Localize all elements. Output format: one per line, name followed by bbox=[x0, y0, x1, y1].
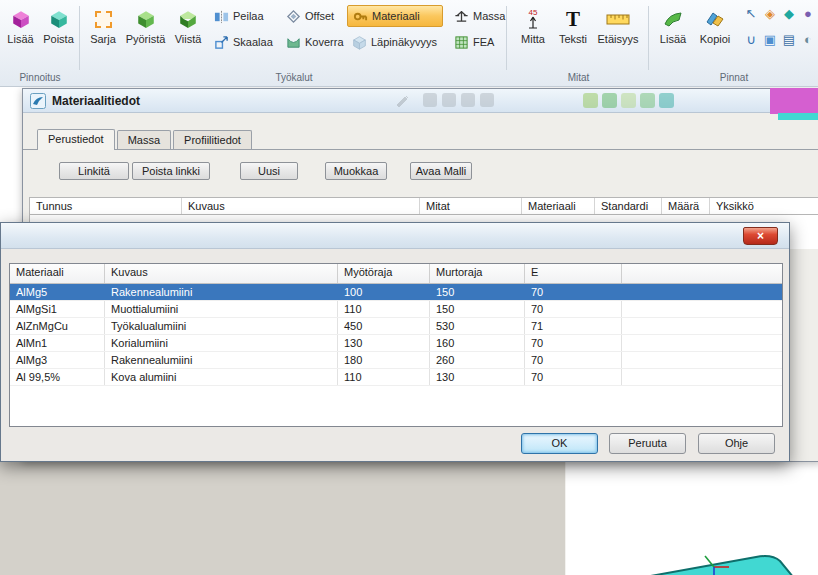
add-coating-button[interactable]: Lisää bbox=[2, 3, 39, 59]
mass-icon bbox=[454, 9, 469, 24]
dialog-button-row: OK Peruuta Ohje bbox=[1, 433, 789, 454]
tab-massa[interactable]: Massa bbox=[117, 130, 171, 150]
chamfer-button[interactable]: Viistä bbox=[169, 3, 207, 59]
group-label-mitat: Mitat bbox=[508, 72, 649, 83]
add-face-icon bbox=[655, 5, 691, 33]
mirror-button[interactable]: Peilaa bbox=[209, 5, 269, 27]
column-header-myotoraja[interactable]: Myötöraja bbox=[338, 264, 430, 283]
new-button[interactable]: Uusi bbox=[240, 162, 298, 180]
tab-bar: Perustiedot Massa Profiilitiedot bbox=[37, 129, 254, 149]
copy-face-icon bbox=[695, 5, 735, 33]
column-header-materiaali[interactable]: Materiaali bbox=[522, 198, 595, 214]
offset-icon bbox=[286, 9, 301, 24]
ribbon-group-mitat: 45 Mitta T Teksti Etäisyys Mitat bbox=[508, 0, 649, 86]
sphere-icon[interactable]: ◐ bbox=[799, 31, 817, 49]
materiaalitiedot-titlebar[interactable]: Materiaalitiedot bbox=[23, 89, 818, 113]
close-button[interactable]: × bbox=[743, 227, 778, 245]
add-coating-icon bbox=[3, 5, 38, 33]
material-icon bbox=[353, 9, 368, 24]
teal-surface-fragment bbox=[778, 113, 818, 120]
remove-coating-button[interactable]: Poista bbox=[40, 3, 77, 59]
ribbon-group-pinnat: Lisää Kopioi ↖ ◈ ◆ ● ∪ ▣ ▤ ◐ Pinnat bbox=[650, 0, 818, 86]
column-header-tunnus[interactable]: Tunnus bbox=[30, 198, 182, 214]
table-row[interactable]: AlMn1 Korialumiini 130 160 70 bbox=[10, 335, 782, 352]
column-header-kuvaus[interactable]: Kuvaus bbox=[182, 198, 420, 214]
pattern-button[interactable]: Sarja bbox=[84, 3, 122, 59]
fea-button[interactable]: FEA bbox=[449, 31, 499, 53]
concave-button[interactable]: Koverra bbox=[281, 31, 349, 53]
material-select-dialog: × Materiaali Kuvaus Myötöraja Murtoraja … bbox=[0, 222, 790, 462]
cancel-button[interactable]: Peruuta bbox=[609, 433, 686, 454]
mass-button[interactable]: Massa bbox=[449, 5, 510, 27]
group-label-pinnoitus: Pinnoitus bbox=[0, 72, 80, 83]
transparency-button[interactable]: Läpinäkyvyys bbox=[347, 31, 442, 53]
table-row[interactable]: AlMg3 Rakennealumiini 180 260 70 bbox=[10, 352, 782, 369]
distance-button[interactable]: Etäisyys bbox=[594, 3, 642, 59]
grid-icon[interactable]: ▣ bbox=[761, 31, 779, 49]
fea-icon bbox=[454, 35, 469, 50]
dimension-button[interactable]: 45 Mitta bbox=[514, 3, 552, 59]
dialog-titlebar[interactable]: × bbox=[1, 223, 789, 249]
column-header-yksikko[interactable]: Yksikkö bbox=[710, 198, 818, 214]
scale-icon bbox=[214, 35, 229, 50]
magnet-icon[interactable]: ∪ bbox=[742, 31, 760, 49]
help-button[interactable]: Ohje bbox=[698, 433, 775, 454]
window-lower-panel bbox=[0, 460, 566, 575]
column-header-kuvaus[interactable]: Kuvaus bbox=[105, 264, 338, 283]
scale-button[interactable]: Skaalaa bbox=[209, 31, 278, 53]
column-header-materiaali[interactable]: Materiaali bbox=[10, 264, 105, 283]
text-button[interactable]: T Teksti bbox=[554, 3, 592, 59]
open-model-button[interactable]: Avaa Malli bbox=[410, 162, 472, 180]
column-header-murtoraja[interactable]: Murtoraja bbox=[430, 264, 525, 283]
column-header-e[interactable]: E bbox=[525, 264, 622, 283]
table-row[interactable]: AlMg5 Rakennealumiini 100 150 70 bbox=[10, 284, 782, 301]
fillet-icon bbox=[124, 5, 167, 33]
close-icon: × bbox=[757, 229, 764, 243]
mirror-icon bbox=[214, 9, 229, 24]
ok-button[interactable]: OK bbox=[521, 433, 598, 454]
material-button[interactable]: Materiaali bbox=[347, 5, 443, 27]
concave-icon bbox=[286, 35, 301, 50]
ribbon: Lisää Poista Pinnoitus Sarja Pyöristä Vi… bbox=[0, 0, 818, 87]
column-header-maara[interactable]: Määrä bbox=[662, 198, 710, 214]
group-label-tyokalut: Työkalut bbox=[81, 72, 507, 83]
table-row[interactable]: AlMgSi1 Muottialumiini 110 150 70 bbox=[10, 301, 782, 318]
material-table: Materiaali Kuvaus Myötöraja Murtoraja E … bbox=[9, 263, 783, 427]
surface-tools-cluster: ↖ ◈ ◆ ● ∪ ▣ ▤ ◐ bbox=[742, 0, 818, 56]
chamfer-icon bbox=[170, 5, 206, 33]
link-table-header: Tunnus Kuvaus Mitat Materiaali Standardi… bbox=[29, 197, 818, 215]
save-icon[interactable]: ▤ bbox=[780, 31, 798, 49]
copy-face-button[interactable]: Kopioi bbox=[694, 3, 736, 59]
tab-profiilitiedot[interactable]: Profiilitiedot bbox=[173, 130, 252, 150]
tab-perustiedot[interactable]: Perustiedot bbox=[37, 129, 115, 150]
point-icon[interactable]: ● bbox=[799, 5, 817, 23]
edit-button[interactable]: Muokkaa bbox=[325, 162, 387, 180]
group-label-pinnat: Pinnat bbox=[650, 72, 818, 83]
fillet-button[interactable]: Pyöristä bbox=[123, 3, 168, 59]
table-row[interactable]: AlZnMgCu Työkalualumiini 450 530 71 bbox=[10, 318, 782, 335]
faded-toolbar-icons bbox=[423, 93, 499, 109]
text-icon: T bbox=[555, 5, 591, 33]
add-face-button[interactable]: Lisää bbox=[654, 3, 692, 59]
cad-model-part[interactable] bbox=[566, 527, 818, 575]
pattern-icon bbox=[85, 5, 121, 33]
magenta-surface-fragment bbox=[770, 88, 818, 114]
svg-text:45: 45 bbox=[529, 8, 538, 17]
ribbon-group-pinnoitus: Lisää Poista Pinnoitus bbox=[0, 0, 80, 86]
remove-link-button[interactable]: Poista linkki bbox=[132, 162, 210, 180]
transparency-icon bbox=[352, 35, 367, 50]
cursor-icon[interactable]: ↖ bbox=[742, 5, 760, 23]
remove-coating-icon bbox=[41, 5, 76, 33]
offset-button[interactable]: Offset bbox=[281, 5, 339, 27]
snap-diamond-icon[interactable]: ◈ bbox=[761, 5, 779, 23]
faded-green-toolbar-icons bbox=[583, 93, 678, 110]
window-icon bbox=[30, 93, 46, 109]
table-row[interactable]: Al 99,5% Kova alumiini 110 130 70 bbox=[10, 369, 782, 386]
dimension-icon: 45 bbox=[515, 5, 551, 33]
distance-icon bbox=[595, 5, 641, 33]
link-button[interactable]: Linkitä bbox=[59, 162, 129, 180]
vertex-icon[interactable]: ◆ bbox=[780, 5, 798, 23]
column-header-mitat[interactable]: Mitat bbox=[420, 198, 522, 214]
column-header-standardi[interactable]: Standardi bbox=[595, 198, 662, 214]
ribbon-group-tyokalut: Sarja Pyöristä Viistä Peilaa Offset Mate… bbox=[81, 0, 507, 86]
